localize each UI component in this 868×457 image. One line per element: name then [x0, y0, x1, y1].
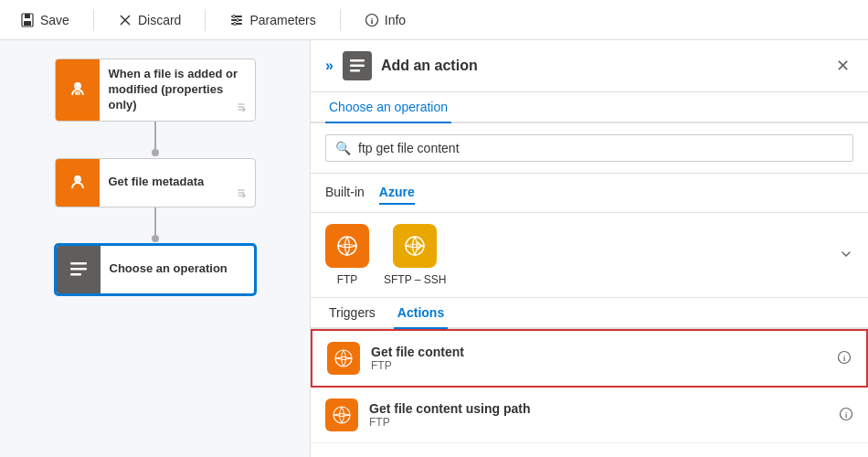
node-get-metadata-body: Get file metadata	[100, 159, 255, 207]
node-get-metadata-icon	[56, 159, 100, 207]
node-get-metadata[interactable]: Get file metadata	[55, 158, 256, 207]
result-tabs: Triggers Actions	[311, 298, 868, 329]
panel-title: Add an action	[381, 58, 823, 74]
info-icon: i	[365, 13, 379, 27]
svg-text:i: i	[370, 16, 373, 26]
svg-point-29	[333, 407, 350, 423]
right-panel: » Add an action ✕ Choose an operation 🔍	[311, 40, 868, 457]
svg-rect-1	[25, 14, 30, 18]
node-trigger[interactable]: When a file is added or modified (proper…	[55, 58, 256, 122]
svg-rect-15	[75, 91, 80, 95]
result-tab-triggers[interactable]: Triggers	[325, 298, 379, 327]
results-section: Get file content FTP i	[311, 329, 868, 457]
operation-tabs: Choose an operation	[311, 92, 868, 123]
svg-point-9	[237, 18, 239, 21]
node-trigger-title: When a file is added or modified (proper…	[109, 67, 246, 113]
node-choose-body: Choose an operation	[101, 246, 254, 293]
section-chevron-icon[interactable]	[839, 247, 853, 264]
parameters-button[interactable]: Parameters	[224, 9, 321, 31]
node-get-metadata-link	[235, 186, 248, 202]
action-info-icon-2[interactable]: i	[839, 407, 853, 424]
action-ftp-icon-2	[325, 399, 358, 431]
svg-rect-18	[70, 262, 87, 265]
node-choose-title: Choose an operation	[110, 261, 245, 277]
search-input[interactable]	[358, 141, 843, 155]
search-container: 🔍	[311, 123, 868, 174]
action-info-icon-1[interactable]: i	[837, 350, 852, 367]
save-icon	[20, 13, 35, 27]
svg-point-24	[338, 237, 356, 255]
node-trigger-body: When a file is added or modified (proper…	[100, 59, 255, 121]
svg-point-14	[76, 82, 79, 86]
parameters-icon	[229, 13, 244, 27]
node-choose-operation[interactable]: Choose an operation	[55, 244, 256, 295]
connector-dot-1	[152, 149, 159, 156]
connector-1	[154, 122, 156, 149]
action-info-1: Get file content FTP	[371, 345, 826, 372]
connectors-section: FTP SFTP – SSH	[311, 213, 868, 298]
svg-rect-21	[350, 59, 365, 62]
action-title-2: Get file content using path	[369, 401, 828, 416]
filter-tab-azure[interactable]: Azure	[379, 181, 415, 205]
panel-header: » Add an action ✕	[311, 40, 868, 92]
panel-expand-button[interactable]: »	[325, 58, 333, 74]
action-item-get-file-content-path[interactable]: Get file content using path FTP i	[311, 388, 868, 443]
svg-rect-23	[350, 69, 360, 72]
result-tab-actions[interactable]: Actions	[394, 298, 448, 329]
svg-point-10	[234, 22, 237, 25]
discard-button[interactable]: Discard	[112, 9, 186, 31]
discard-icon	[118, 13, 132, 27]
canvas: When a file is added or modified (proper…	[0, 40, 311, 457]
action-item-get-file-content[interactable]: Get file content FTP i	[311, 329, 868, 388]
divider-1	[93, 9, 94, 31]
action-ftp-icon-1	[327, 342, 360, 375]
action-info-2: Get file content using path FTP	[369, 401, 828, 429]
filter-tabs: Built-in Azure	[311, 174, 868, 213]
svg-point-17	[76, 175, 79, 179]
action-subtitle-2: FTP	[369, 416, 828, 429]
connector-ftp-label: FTP	[337, 273, 358, 286]
svg-rect-22	[350, 65, 365, 68]
connector-sftp[interactable]: SFTP – SSH	[384, 224, 446, 286]
filter-tab-builtin[interactable]: Built-in	[325, 181, 365, 205]
divider-2	[205, 9, 206, 31]
node-trigger-icon	[56, 59, 100, 121]
connector-ftp-icon	[325, 224, 369, 268]
divider-3	[340, 9, 341, 31]
svg-rect-19	[70, 268, 87, 271]
action-title-1: Get file content	[371, 345, 826, 359]
svg-rect-20	[70, 273, 81, 276]
svg-point-8	[233, 15, 236, 17]
connector-sftp-label: SFTP – SSH	[384, 273, 446, 286]
node-get-metadata-title: Get file metadata	[109, 175, 246, 190]
toolbar: Save Discard Parameters	[0, 0, 868, 40]
panel-title-icon	[343, 51, 372, 80]
search-box: 🔍	[325, 134, 853, 162]
svg-text:i: i	[843, 355, 846, 363]
node-choose-icon	[57, 246, 101, 293]
connector-ftp[interactable]: FTP	[325, 224, 369, 286]
operation-tab[interactable]: Choose an operation	[325, 92, 451, 123]
connector-2	[154, 207, 156, 235]
connector-dot-2	[152, 235, 159, 242]
main-content: When a file is added or modified (proper…	[0, 40, 868, 457]
action-subtitle-1: FTP	[371, 359, 826, 372]
svg-rect-2	[24, 21, 31, 26]
svg-point-26	[335, 350, 352, 367]
svg-text:i: i	[845, 411, 848, 420]
panel-close-button[interactable]: ✕	[832, 52, 853, 80]
connector-sftp-icon	[393, 224, 437, 268]
info-button[interactable]: i Info	[359, 9, 411, 31]
node-trigger-link	[235, 101, 248, 116]
save-button[interactable]: Save	[15, 9, 75, 31]
search-icon: 🔍	[335, 141, 351, 155]
